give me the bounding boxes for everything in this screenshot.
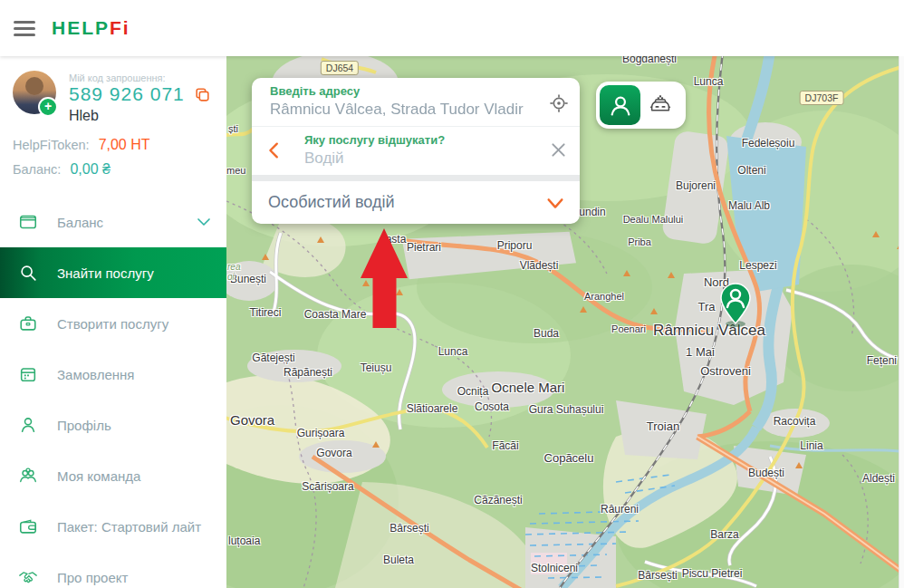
user-icon [18, 415, 38, 435]
search-panel: Введіть адресу Râmnicu Vâlcea, Strada Tu… [252, 78, 580, 224]
balance-value: 0,00 ₴ [70, 161, 110, 178]
add-status-icon[interactable]: + [38, 97, 58, 117]
address-field-value[interactable]: Râmnicu Vâlcea, Strada Tudor Vladir [270, 101, 540, 119]
service-field-value[interactable]: Водій [304, 149, 540, 168]
hamburger-menu-icon[interactable] [14, 21, 35, 36]
sidebar-item-team[interactable]: Моя команда [0, 450, 226, 501]
sidebar-item-create-service[interactable]: Створити послугу [0, 298, 226, 349]
token-label: HelpFiToken: [13, 138, 90, 152]
token-value: 7,00 НТ [99, 137, 150, 153]
taxi-mode-button[interactable] [640, 85, 680, 125]
person-icon [608, 92, 633, 118]
red-arrow-annotation [361, 228, 408, 330]
category-dropdown[interactable]: Особистий водій [252, 181, 580, 224]
sidebar-item-label: Баланс [57, 215, 103, 230]
invite-code-value: 589 926 071 [69, 83, 185, 105]
scrollbar[interactable] [899, 56, 904, 588]
invite-code-label: Мій код запрошення: [69, 72, 211, 83]
search-icon [18, 263, 38, 283]
balance-label: Баланс: [13, 162, 61, 177]
service-field-label: Яку послугу відшукати? [304, 133, 540, 147]
chevron-down-icon [545, 193, 565, 213]
service-search-field[interactable]: Яку послугу відшукати? Водій [252, 127, 580, 175]
chevron-down-icon[interactable] [196, 214, 212, 230]
sidebar-item-profile[interactable]: Профіль [0, 400, 226, 450]
location-marker-icon[interactable] [717, 282, 754, 325]
sidebar-item-orders[interactable]: Замовлення [0, 349, 226, 400]
back-chevron-icon[interactable] [264, 140, 284, 160]
sidebar-item-find-service[interactable]: Знайти послугу [0, 247, 226, 298]
handshake-icon [18, 567, 38, 587]
address-field-label: Введіть адресу [270, 84, 540, 98]
sidebar: + Мій код запрошення: 589 926 071 Hleb H… [0, 56, 226, 588]
user-name: Hleb [69, 108, 211, 124]
person-mode-button[interactable] [600, 85, 640, 125]
team-icon [18, 466, 38, 486]
profile-section: + Мій код запрошення: 589 926 071 Hleb [0, 56, 226, 124]
sidebar-item-label: Моя команда [57, 468, 140, 484]
top-bar: HELPFi [0, 0, 904, 56]
mode-toggle [596, 82, 686, 129]
sidebar-item-label: Створити послугу [57, 316, 168, 332]
sidebar-item-label: Знайти послугу [57, 265, 154, 281]
card-icon [18, 212, 38, 232]
category-dropdown-value: Особистий водій [268, 193, 394, 212]
wallet-icon [18, 516, 38, 536]
map-canvas[interactable]: BogdaneștiLuncaFedeleșoiuOlteniBujoreniM… [226, 56, 899, 588]
panel-divider [252, 175, 580, 181]
locate-me-icon[interactable] [549, 93, 569, 113]
copy-icon[interactable] [194, 86, 211, 103]
address-field[interactable]: Введіть адресу Râmnicu Vâlcea, Strada Tu… [252, 78, 580, 127]
sidebar-item-label: Пакет: Стартовий лайт [57, 519, 201, 535]
sidebar-item-label: Про проект [57, 570, 128, 585]
calendar-icon [18, 364, 38, 384]
sidebar-item-label: Профіль [57, 418, 111, 433]
sidebar-item-package[interactable]: Пакет: Стартовий лайт [0, 501, 226, 552]
sidebar-item-about[interactable]: Про проект [0, 552, 226, 588]
sidebar-item-label: Замовлення [57, 367, 134, 382]
balance-summary: HelpFiToken: 7,00 НТ Баланс: 0,00 ₴ [0, 124, 226, 191]
taxi-icon [647, 92, 674, 119]
app-logo[interactable]: HELPFi [52, 17, 130, 39]
sidebar-menu: Баланс Знайти послугу Створити послугу [0, 197, 226, 588]
briefcase-icon [18, 313, 38, 333]
clear-icon[interactable] [549, 140, 568, 159]
sidebar-item-balance[interactable]: Баланс [0, 197, 226, 247]
avatar[interactable]: + [13, 71, 56, 114]
